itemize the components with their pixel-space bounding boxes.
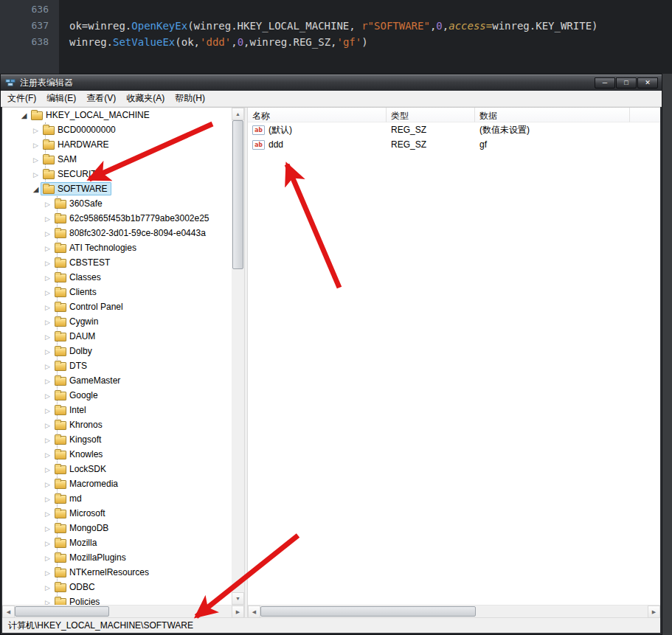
expand-toggle-icon[interactable]	[43, 255, 52, 271]
tree-node[interactable]: MozillaPlugins	[52, 551, 130, 564]
tree-item[interactable]: Dolby	[2, 344, 232, 358]
expand-toggle-icon[interactable]	[43, 535, 52, 551]
tree-node[interactable]: Google	[52, 389, 102, 402]
minimize-button[interactable]: ─	[595, 77, 615, 89]
tree-item[interactable]: MozillaPlugins	[2, 550, 232, 565]
tree-item[interactable]: SAM	[2, 152, 232, 167]
expand-toggle-icon[interactable]	[43, 432, 52, 448]
tree-item[interactable]: NTKernelResources	[2, 565, 232, 580]
tree-node[interactable]: BCD00000000	[41, 123, 119, 136]
tree-node[interactable]: SECURITY	[41, 167, 106, 181]
tree-node[interactable]: Microsoft	[52, 507, 109, 520]
tree-item[interactable]: Knowles	[2, 447, 232, 462]
scroll-down-icon[interactable]	[232, 592, 244, 605]
expand-toggle-icon[interactable]	[43, 314, 52, 330]
expand-toggle-icon[interactable]	[43, 417, 52, 433]
tree-item[interactable]: HKEY_LOCAL_MACHINE	[2, 108, 232, 122]
scroll-right-icon[interactable]	[232, 605, 244, 618]
expand-toggle-icon[interactable]	[31, 137, 41, 153]
tree-node[interactable]: Dolby	[52, 344, 96, 358]
tree-node[interactable]: 808fc302-3d01-59ce-8094-e0443a	[52, 226, 209, 240]
scroll-left-icon[interactable]	[248, 605, 260, 618]
tree-item[interactable]: Classes	[2, 270, 232, 285]
tree-node[interactable]: GameMaster	[52, 374, 124, 387]
collapse-toggle-icon[interactable]	[31, 181, 41, 197]
tree-item[interactable]: HARDWARE	[2, 137, 232, 152]
expand-toggle-icon[interactable]	[43, 565, 52, 580]
tree-item[interactable]: Google	[2, 388, 232, 403]
tree-item[interactable]: 62c95865f453b1b7779abe3002e25	[2, 211, 232, 226]
code-line[interactable]: 637ok=winreg.OpenKeyEx(winreg.HKEY_LOCAL…	[0, 18, 672, 34]
tree-item[interactable]: Intel	[2, 403, 232, 417]
tree-node[interactable]: Cygwin	[52, 315, 102, 328]
expand-toggle-icon[interactable]	[43, 373, 52, 389]
tree-node[interactable]: Intel	[52, 403, 90, 417]
tree-item[interactable]: MongoDB	[2, 521, 232, 535]
tree-item[interactable]: ODBC	[2, 580, 232, 594]
title-bar[interactable]: 注册表编辑器 ─ □ ✕	[1, 74, 662, 91]
scroll-up-icon[interactable]	[232, 108, 244, 120]
tree-node[interactable]: Kingsoft	[52, 433, 105, 446]
expand-toggle-icon[interactable]	[43, 403, 52, 418]
expand-toggle-icon[interactable]	[43, 226, 52, 241]
tree-item[interactable]: Policies	[2, 594, 232, 605]
expand-toggle-icon[interactable]	[43, 299, 52, 315]
expand-toggle-icon[interactable]	[43, 240, 52, 256]
tree-hscroll-thumb[interactable]	[15, 606, 109, 617]
tree-item[interactable]: BCD00000000	[2, 122, 232, 137]
tree-item[interactable]: Khronos	[2, 417, 232, 432]
collapse-toggle-icon[interactable]	[19, 108, 29, 123]
tree-node[interactable]: 360Safe	[52, 197, 106, 210]
tree-node[interactable]: DTS	[52, 359, 91, 372]
values-horizontal-scrollbar[interactable]	[248, 605, 660, 617]
tree-node[interactable]: SAM	[41, 153, 80, 166]
tree-item[interactable]: Clients	[2, 285, 232, 299]
expand-toggle-icon[interactable]	[43, 358, 52, 374]
tree-node[interactable]: ATI Technologies	[52, 241, 140, 254]
tree-node[interactable]: Macromedia	[52, 477, 122, 490]
expand-toggle-icon[interactable]	[43, 344, 52, 359]
tree-item[interactable]: Control Panel	[2, 299, 232, 314]
tree-node[interactable]: SOFTWARE	[41, 182, 111, 195]
tree-item[interactable]: Kingsoft	[2, 432, 232, 447]
value-row[interactable]: (默认)REG_SZ(数值未设置)	[248, 122, 660, 137]
code-line[interactable]: 638winreg.SetValueEx(ok,'ddd',0,winreg.R…	[0, 34, 672, 50]
tree-node[interactable]: DAUM	[52, 330, 99, 343]
tree-node[interactable]: HKEY_LOCAL_MACHINE	[29, 108, 153, 122]
tree-item[interactable]: ATI Technologies	[2, 240, 232, 255]
expand-toggle-icon[interactable]	[43, 447, 52, 462]
expand-toggle-icon[interactable]	[43, 491, 52, 507]
values-hscroll-thumb[interactable]	[260, 606, 476, 617]
column-header[interactable]: 数据	[475, 108, 630, 122]
menu-item[interactable]: 查看(V)	[81, 90, 121, 107]
tree-horizontal-scrollbar[interactable]	[2, 605, 244, 617]
maximize-button[interactable]: □	[616, 77, 637, 89]
tree-item[interactable]: 808fc302-3d01-59ce-8094-e0443a	[2, 226, 232, 240]
expand-toggle-icon[interactable]	[43, 550, 52, 566]
tree-node[interactable]: Clients	[52, 285, 100, 299]
expand-toggle-icon[interactable]	[43, 285, 52, 300]
tree-item[interactable]: DAUM	[2, 329, 232, 344]
tree-node[interactable]: LockSDK	[52, 462, 110, 476]
tree-node[interactable]: Policies	[52, 595, 103, 605]
expand-toggle-icon[interactable]	[43, 211, 52, 226]
tree-item[interactable]: Mozilla	[2, 535, 232, 550]
code-editor[interactable]: 636637ok=winreg.OpenKeyEx(winreg.HKEY_LO…	[0, 0, 672, 74]
column-header[interactable]: 名称	[248, 108, 387, 122]
tree-node[interactable]: Control Panel	[52, 300, 127, 313]
tree-item[interactable]: SECURITY	[2, 167, 232, 181]
tree-vscroll-thumb[interactable]	[232, 120, 243, 269]
expand-toggle-icon[interactable]	[43, 506, 52, 521]
tree-item[interactable]: LockSDK	[2, 462, 232, 476]
code-line[interactable]: 636	[0, 1, 672, 18]
tree-item[interactable]: Macromedia	[2, 476, 232, 491]
expand-toggle-icon[interactable]	[43, 476, 52, 492]
close-button[interactable]: ✕	[637, 77, 658, 89]
value-row[interactable]: dddREG_SZgf	[248, 137, 660, 152]
expand-toggle-icon[interactable]	[43, 196, 52, 212]
expand-toggle-icon[interactable]	[43, 594, 52, 605]
tree-node[interactable]: NTKernelResources	[52, 566, 153, 579]
tree-item[interactable]: 360Safe	[2, 196, 232, 211]
expand-toggle-icon[interactable]	[43, 580, 52, 595]
tree-node[interactable]: 62c95865f453b1b7779abe3002e25	[52, 212, 213, 225]
